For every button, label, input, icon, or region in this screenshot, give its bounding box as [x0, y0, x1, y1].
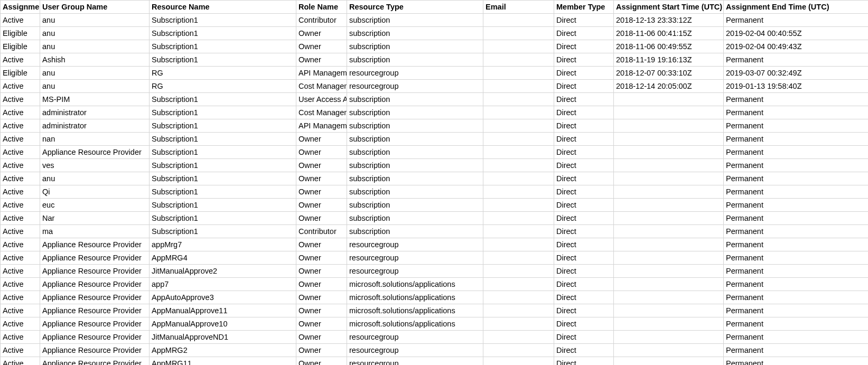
cell-email[interactable]: [483, 291, 554, 304]
cell-email[interactable]: [483, 146, 554, 159]
cell-role-name[interactable]: Owner: [296, 27, 347, 40]
cell-assignment[interactable]: Active: [1, 238, 40, 251]
table-row[interactable]: ActiveAppliance Resource ProviderAppAuto…: [1, 291, 869, 304]
cell-resource-type[interactable]: subscription: [347, 119, 483, 133]
cell-email[interactable]: [483, 172, 554, 185]
cell-role-name[interactable]: Owner: [296, 146, 347, 159]
cell-user-group-name[interactable]: anu: [40, 40, 150, 53]
cell-user-group-name[interactable]: Ashish: [40, 53, 150, 67]
cell-end-time[interactable]: Permanent: [724, 106, 869, 119]
cell-resource-name[interactable]: Subscription1: [150, 159, 296, 172]
cell-start-time[interactable]: [614, 172, 724, 185]
cell-role-name[interactable]: Owner: [296, 53, 347, 67]
cell-resource-name[interactable]: Subscription1: [150, 199, 296, 212]
cell-email[interactable]: [483, 251, 554, 265]
cell-assignment[interactable]: Active: [1, 291, 40, 304]
cell-member-type[interactable]: Direct: [554, 172, 614, 185]
cell-assignment[interactable]: Active: [1, 119, 40, 133]
cell-assignment[interactable]: Active: [1, 212, 40, 225]
cell-start-time[interactable]: [614, 159, 724, 172]
col-email[interactable]: Email: [483, 1, 554, 14]
cell-email[interactable]: [483, 14, 554, 27]
table-row[interactable]: ActiveMS-PIMSubscription1User Access Adm…: [1, 93, 869, 106]
table-row[interactable]: ActiveAppliance Resource ProviderAppManu…: [1, 304, 869, 317]
cell-role-name[interactable]: Owner: [296, 251, 347, 265]
cell-role-name[interactable]: Owner: [296, 199, 347, 212]
cell-assignment[interactable]: Active: [1, 344, 40, 357]
cell-resource-type[interactable]: subscription: [347, 172, 483, 185]
cell-resource-type[interactable]: resourcegroup: [347, 331, 483, 344]
cell-user-group-name[interactable]: Appliance Resource Provider: [40, 251, 150, 265]
cell-end-time[interactable]: Permanent: [724, 357, 869, 366]
cell-assignment[interactable]: Active: [1, 146, 40, 159]
cell-user-group-name[interactable]: Appliance Resource Provider: [40, 331, 150, 344]
cell-member-type[interactable]: Direct: [554, 357, 614, 366]
cell-end-time[interactable]: Permanent: [724, 331, 869, 344]
cell-email[interactable]: [483, 304, 554, 317]
cell-resource-type[interactable]: resourcegroup: [347, 80, 483, 93]
cell-member-type[interactable]: Direct: [554, 304, 614, 317]
table-row[interactable]: EligibleanuRGAPI Managementresourcegroup…: [1, 67, 869, 80]
cell-member-type[interactable]: Direct: [554, 185, 614, 199]
cell-resource-name[interactable]: RG: [150, 67, 296, 80]
cell-resource-name[interactable]: Subscription1: [150, 225, 296, 238]
cell-resource-type[interactable]: subscription: [347, 106, 483, 119]
cell-end-time[interactable]: Permanent: [724, 119, 869, 133]
cell-email[interactable]: [483, 265, 554, 278]
cell-resource-type[interactable]: subscription: [347, 14, 483, 27]
cell-start-time[interactable]: [614, 146, 724, 159]
cell-member-type[interactable]: Direct: [554, 331, 614, 344]
cell-assignment[interactable]: Active: [1, 357, 40, 366]
cell-user-group-name[interactable]: Nar: [40, 212, 150, 225]
table-row[interactable]: ActivevesSubscription1OwnersubscriptionD…: [1, 159, 869, 172]
cell-role-name[interactable]: Owner: [296, 304, 347, 317]
cell-user-group-name[interactable]: ma: [40, 225, 150, 238]
cell-start-time[interactable]: 2018-11-06 00:41:15Z: [614, 27, 724, 40]
cell-email[interactable]: [483, 106, 554, 119]
cell-user-group-name[interactable]: administrator: [40, 106, 150, 119]
cell-role-name[interactable]: Owner: [296, 212, 347, 225]
cell-member-type[interactable]: Direct: [554, 80, 614, 93]
table-row[interactable]: ActiveAppliance Resource ProviderJitManu…: [1, 331, 869, 344]
cell-user-group-name[interactable]: Appliance Resource Provider: [40, 238, 150, 251]
cell-end-time[interactable]: Permanent: [724, 304, 869, 317]
cell-start-time[interactable]: [614, 185, 724, 199]
cell-resource-name[interactable]: AppMRG4: [150, 251, 296, 265]
cell-resource-type[interactable]: resourcegroup: [347, 265, 483, 278]
cell-role-name[interactable]: Cost Management: [296, 106, 347, 119]
table-row[interactable]: ActiveanuSubscription1Contributorsubscri…: [1, 14, 869, 27]
cell-end-time[interactable]: Permanent: [724, 14, 869, 27]
table-row[interactable]: ActiveAppliance Resource ProviderAppManu…: [1, 317, 869, 331]
cell-start-time[interactable]: [614, 251, 724, 265]
cell-assignment[interactable]: Active: [1, 133, 40, 146]
cell-resource-name[interactable]: Subscription1: [150, 185, 296, 199]
cell-resource-type[interactable]: microsoft.solutions/applications: [347, 291, 483, 304]
cell-end-time[interactable]: Permanent: [724, 53, 869, 67]
cell-role-name[interactable]: Owner: [296, 291, 347, 304]
cell-assignment[interactable]: Active: [1, 80, 40, 93]
cell-assignment[interactable]: Active: [1, 225, 40, 238]
cell-end-time[interactable]: Permanent: [724, 278, 869, 291]
cell-member-type[interactable]: Direct: [554, 93, 614, 106]
cell-assignment[interactable]: Active: [1, 93, 40, 106]
cell-role-name[interactable]: API Management: [296, 67, 347, 80]
cell-user-group-name[interactable]: Appliance Resource Provider: [40, 291, 150, 304]
cell-member-type[interactable]: Direct: [554, 278, 614, 291]
cell-start-time[interactable]: [614, 291, 724, 304]
table-row[interactable]: ActiveAppliance Resource ProviderappMrg7…: [1, 238, 869, 251]
cell-member-type[interactable]: Direct: [554, 251, 614, 265]
cell-role-name[interactable]: Owner: [296, 278, 347, 291]
cell-resource-name[interactable]: Subscription1: [150, 146, 296, 159]
cell-assignment[interactable]: Active: [1, 278, 40, 291]
col-assignment[interactable]: Assignment: [1, 1, 40, 14]
col-member-type[interactable]: Member Type: [554, 1, 614, 14]
cell-email[interactable]: [483, 225, 554, 238]
cell-member-type[interactable]: Direct: [554, 317, 614, 331]
cell-member-type[interactable]: Direct: [554, 106, 614, 119]
table-row[interactable]: ActiveeucSubscription1OwnersubscriptionD…: [1, 199, 869, 212]
cell-start-time[interactable]: [614, 238, 724, 251]
cell-assignment[interactable]: Active: [1, 304, 40, 317]
table-row[interactable]: ActiveAppliance Resource ProviderAppMRG2…: [1, 344, 869, 357]
cell-resource-type[interactable]: subscription: [347, 27, 483, 40]
cell-member-type[interactable]: Direct: [554, 344, 614, 357]
